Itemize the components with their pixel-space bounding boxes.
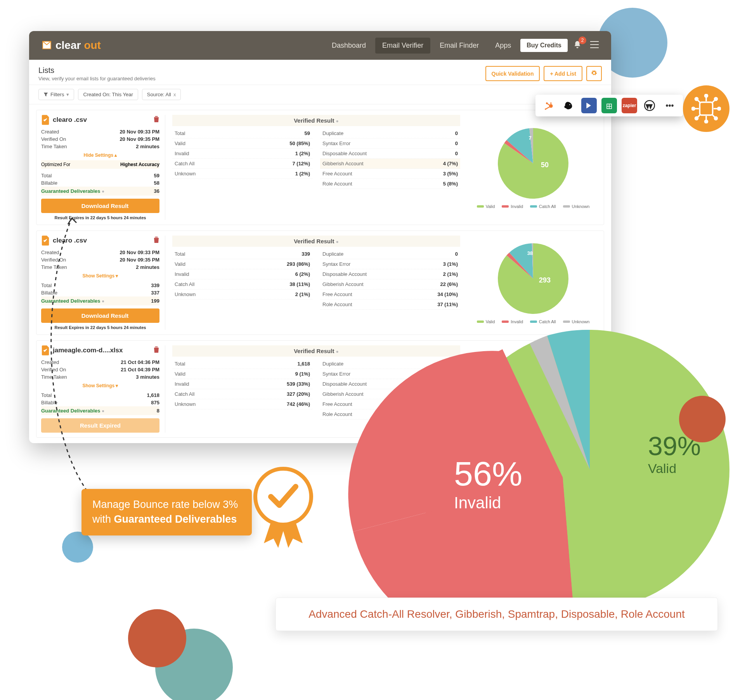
result-col-right: Duplicate0Syntax Error3 (1%)Disposable A… <box>320 249 460 310</box>
result-col-right: Duplicate0Syntax Error0Disposable Accoun… <box>320 128 460 189</box>
result-col-left: Total339Valid293 (86%)Invalid6 (2%)Catch… <box>172 249 312 310</box>
callout-line2b: Guaranteed Deliverables <box>114 513 237 525</box>
list-card-summary: clearo .csv Created20 Nov 09:33 PM Verif… <box>41 236 165 330</box>
brand-text-right: out <box>84 39 101 52</box>
svg-text:293: 293 <box>539 276 551 284</box>
settings-toggle[interactable]: Show Settings ▾ <box>41 273 159 279</box>
integration-badge <box>683 85 729 132</box>
callout-line1: Manage Bounce rate below 3% <box>92 497 238 512</box>
svg-rect-10 <box>700 102 712 115</box>
svg-point-6 <box>545 109 546 110</box>
nav-email-finder[interactable]: Email Finder <box>433 38 486 54</box>
gear-icon <box>591 70 597 76</box>
svg-point-13 <box>692 107 695 110</box>
decorative-circle <box>128 609 186 667</box>
filter-chip-source-label: Source: All <box>147 92 171 97</box>
page-subtitle: View, verify your email lists for guaran… <box>38 76 485 81</box>
card-pie-panel: 507 Valid Invalid Catch All Unknown <box>467 115 599 220</box>
delete-button[interactable] <box>153 236 159 245</box>
topbar: clearout Dashboard Email Verifier Email … <box>29 31 611 60</box>
card-pie-panel: 29338 Valid Invalid Catch All Unknown <box>467 236 599 330</box>
svg-point-17 <box>695 117 698 120</box>
download-result-button[interactable]: Download Result <box>41 199 159 213</box>
page-header: Lists View, verify your email lists for … <box>29 60 611 85</box>
file-name: clearo .csv <box>53 237 87 244</box>
decorative-circle <box>679 396 726 442</box>
svg-point-15 <box>695 98 698 100</box>
filters-label: Filters <box>50 92 64 97</box>
funnel-icon <box>43 92 48 97</box>
big-pie-invalid-pct: 56% <box>454 454 522 494</box>
callout-bounce-rate: Manage Bounce rate below 3% with Guarant… <box>81 489 252 535</box>
delete-button[interactable] <box>153 346 159 355</box>
hamburger-icon <box>590 41 599 48</box>
brand-text-left: clear <box>55 39 81 52</box>
verified-result-title: Verified Result ● <box>172 115 460 126</box>
download-icon <box>72 313 78 319</box>
nav-email-verifier[interactable]: Email Verifier <box>375 38 430 54</box>
svg-point-16 <box>714 117 717 120</box>
download-icon <box>72 203 78 209</box>
add-list-button[interactable]: + Add List <box>544 66 582 81</box>
decorative-circle <box>62 532 93 563</box>
nav-apps[interactable]: Apps <box>488 38 518 54</box>
circuit-icon <box>691 94 721 123</box>
guaranteed-deliverables-row: Guaranteed Deliverables ●36 <box>41 187 159 196</box>
settings-button[interactable] <box>586 66 602 81</box>
file-icon <box>41 345 50 355</box>
guarantee-badge <box>248 466 318 553</box>
notification-count-badge: 2 <box>579 36 586 44</box>
filter-chip-close-icon[interactable]: x <box>173 92 176 97</box>
delete-button[interactable] <box>153 116 159 125</box>
filters-dropdown[interactable]: Filters ▾ <box>38 89 74 100</box>
filter-chip-source[interactable]: Source: All x <box>142 89 181 100</box>
verified-result-panel: Verified Result ● Total339Valid293 (86%)… <box>172 236 460 330</box>
svg-point-7 <box>569 104 570 105</box>
top-nav: Dashboard Email Verifier Email Finder Ap… <box>325 38 602 54</box>
svg-text:50: 50 <box>541 161 549 169</box>
mailchimp-icon[interactable] <box>561 98 577 113</box>
svg-point-11 <box>705 94 707 97</box>
file-icon <box>41 115 50 125</box>
buy-credits-button[interactable]: Buy Credits <box>520 39 568 52</box>
file-name: clearo .csv <box>53 116 87 124</box>
more-integrations-button[interactable]: ••• <box>662 98 677 113</box>
big-pie-invalid-text: Invalid <box>454 494 522 512</box>
googlesheets-icon[interactable] <box>601 98 617 113</box>
wordpress-icon[interactable] <box>642 98 657 113</box>
menu-button[interactable] <box>587 38 602 53</box>
guaranteed-deliverables-row: Guaranteed Deliverables ●8 <box>41 406 159 415</box>
verified-result-title: Verified Result ● <box>172 236 460 247</box>
integrations-strip: zapier ••• <box>535 95 683 116</box>
file-name: jameagle.com-d....xlsx <box>53 347 123 354</box>
pie-legend: Valid Invalid Catch All Unknown <box>477 204 590 209</box>
result-expires-text: Result Expires in 22 days 5 hours 24 min… <box>41 325 159 330</box>
activecampaign-icon[interactable] <box>581 98 597 113</box>
list-card-summary: jameagle.com-d....xlsx Created21 Oct 04:… <box>41 345 165 433</box>
callout-line2a: with <box>92 513 114 525</box>
download-result-button[interactable]: Result Expired <box>41 418 159 433</box>
envelope-speed-icon <box>38 40 52 51</box>
bottom-caption: Advanced Catch-All Resolver, Gibberish, … <box>275 598 718 631</box>
svg-text:38: 38 <box>527 250 533 256</box>
filter-chip-created[interactable]: Created On: This Year <box>78 89 138 100</box>
list-card: clearo .csv Created20 Nov 09:33 PM Verif… <box>36 230 604 335</box>
download-result-button[interactable]: Download Result <box>41 308 159 323</box>
svg-text:7: 7 <box>528 135 531 141</box>
svg-point-18 <box>714 98 717 100</box>
settings-toggle[interactable]: Hide Settings ▴ <box>41 152 159 158</box>
file-icon <box>41 236 50 246</box>
list-card: clearo .csv Created20 Nov 09:33 PM Verif… <box>36 110 604 225</box>
settings-toggle[interactable]: Show Settings ▾ <box>41 383 159 388</box>
quick-validation-button[interactable]: Quick Validation <box>485 66 540 81</box>
guaranteed-deliverables-row: Guaranteed Deliverables ●199 <box>41 296 159 305</box>
hubspot-icon[interactable] <box>541 98 556 113</box>
result-expires-text: Result Expires in 22 days 5 hours 24 min… <box>41 215 159 220</box>
big-pie-invalid-label: 56% Invalid <box>454 454 522 512</box>
page-title: Lists <box>38 66 485 75</box>
zapier-icon[interactable]: zapier <box>622 98 637 113</box>
verified-result-panel: Verified Result ● Total59Valid50 (85%)In… <box>172 115 460 220</box>
nav-dashboard[interactable]: Dashboard <box>325 38 373 54</box>
notifications-button[interactable]: 2 <box>570 38 585 53</box>
result-col-left: Total59Valid50 (85%)Invalid1 (2%)Catch A… <box>172 128 312 189</box>
